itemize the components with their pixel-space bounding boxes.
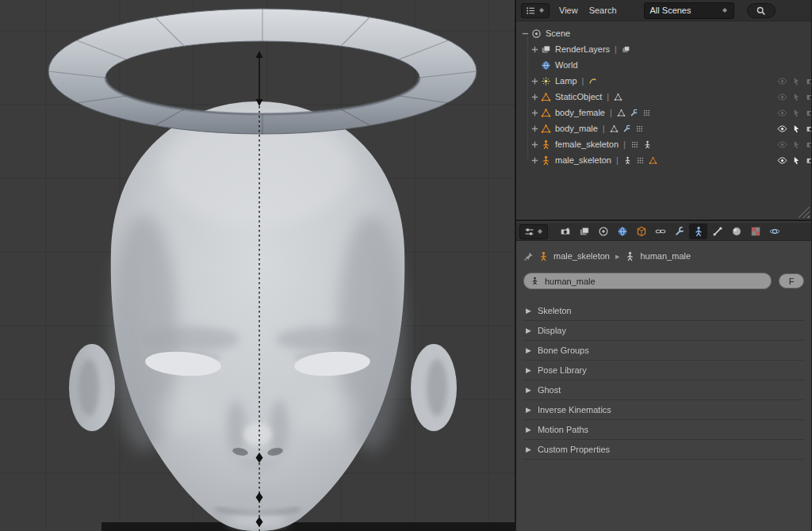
renderability-toggle[interactable] — [803, 92, 811, 102]
selectability-toggle[interactable] — [789, 77, 803, 86]
panel-header-bone-groups[interactable]: ▶ Bone Groups — [523, 341, 804, 361]
outliner-item-label[interactable]: male_skeleton — [555, 155, 611, 165]
view-menu[interactable]: View — [557, 6, 580, 15]
tab-world[interactable] — [613, 223, 631, 239]
mesh-data-icon[interactable] — [610, 124, 619, 133]
visibility-toggle[interactable] — [775, 92, 789, 102]
wrench-icon[interactable] — [630, 109, 638, 117]
pointer-icon — [792, 124, 801, 133]
outliner-item-label[interactable]: Lamp — [555, 76, 577, 86]
3d-viewport[interactable] — [0, 0, 515, 531]
floor-shadow — [102, 522, 515, 531]
expand-icon[interactable] — [529, 76, 541, 86]
outliner-row-scene[interactable]: Scene — [516, 25, 811, 41]
breadcrumb-object-name[interactable]: male_skeleton — [553, 251, 610, 261]
panel-header-skeleton[interactable]: ▶ Skeleton — [523, 301, 804, 321]
lamp-data-icon[interactable] — [588, 77, 597, 86]
tab-render[interactable] — [556, 223, 574, 239]
tab-object[interactable] — [632, 223, 650, 239]
mesh-data-icon[interactable] — [614, 93, 622, 101]
eye-icon — [777, 108, 787, 118]
outliner-row-world[interactable]: World — [516, 57, 811, 73]
collapse-icon[interactable] — [519, 29, 531, 39]
outliner-row-male-skeleton[interactable]: male_skeleton | — [516, 152, 811, 168]
panel-header-display[interactable]: ▶ Display — [523, 321, 804, 341]
panel-header-motion-paths[interactable]: ▶ Motion Paths — [523, 420, 804, 440]
outliner-item-label[interactable]: StaticObject — [555, 92, 602, 101]
tab-bone[interactable] — [708, 223, 726, 239]
properties-editor-icon — [524, 227, 534, 237]
renderability-toggle[interactable] — [803, 139, 811, 150]
outliner-row-female-skeleton[interactable]: female_skeleton | — [516, 136, 811, 152]
outliner-row-body-female[interactable]: body_female | — [516, 105, 811, 120]
datablock-name-field[interactable]: human_male — [523, 273, 772, 289]
outliner-item-label[interactable]: female_skeleton — [555, 139, 619, 149]
selectability-toggle[interactable] — [789, 156, 803, 165]
breadcrumb-data-name[interactable]: human_male — [640, 251, 691, 261]
visibility-toggle[interactable] — [775, 139, 789, 150]
outliner-item-label[interactable]: World — [555, 60, 578, 70]
outliner-item-label[interactable]: body_female — [555, 108, 605, 117]
breadcrumb-chevron-icon: ▸ — [615, 251, 620, 262]
outliner-item-label[interactable]: RenderLayers — [555, 44, 610, 54]
mesh-object-icon[interactable] — [649, 156, 657, 165]
tab-scene[interactable] — [594, 223, 612, 239]
renderability-toggle[interactable] — [803, 108, 811, 118]
visibility-toggle[interactable] — [775, 124, 789, 134]
resize-grip[interactable] — [798, 206, 810, 218]
scene-selector-dropdown[interactable]: All Scenes — [644, 2, 734, 19]
tab-physics[interactable] — [765, 223, 783, 239]
vertex-group-icon[interactable] — [636, 156, 645, 165]
renderability-toggle[interactable] — [803, 155, 811, 166]
editor-type-selector[interactable] — [521, 3, 550, 18]
tab-constraints[interactable] — [651, 223, 669, 239]
separator: | — [615, 44, 617, 54]
selectability-toggle[interactable] — [789, 93, 803, 101]
pin-icon[interactable] — [523, 251, 534, 262]
expand-icon[interactable] — [529, 44, 541, 55]
tab-render-layers[interactable] — [575, 223, 593, 239]
panel-header-pose-library[interactable]: ▶ Pose Library — [523, 361, 804, 380]
outliner-row-body-male[interactable]: body_male | — [516, 120, 811, 136]
visibility-toggle[interactable] — [775, 108, 789, 118]
tab-object-data[interactable] — [689, 223, 707, 239]
outliner-row-lamp[interactable]: Lamp | — [516, 73, 811, 89]
bone-icon — [712, 226, 723, 237]
outliner-item-label[interactable]: body_male — [555, 124, 598, 133]
outliner-row-staticobject[interactable]: StaticObject | — [516, 89, 811, 105]
vertex-group-icon[interactable] — [642, 109, 651, 117]
visibility-toggle[interactable] — [775, 76, 789, 86]
renderlayers-icon[interactable] — [622, 45, 630, 54]
panel-header-inverse-kinematics[interactable]: ▶ Inverse Kinematics — [523, 400, 804, 420]
vertex-group-icon[interactable] — [635, 124, 644, 133]
selectability-toggle[interactable] — [789, 109, 803, 117]
mesh-data-icon[interactable] — [617, 109, 626, 117]
3d-viewport-render — [0, 0, 515, 531]
tab-material[interactable] — [727, 223, 745, 239]
editor-type-selector[interactable] — [519, 224, 548, 239]
expand-icon[interactable] — [529, 108, 541, 118]
tab-texture[interactable] — [746, 223, 764, 239]
renderability-toggle[interactable] — [803, 124, 811, 134]
outliner-row-renderlayers[interactable]: RenderLayers | — [516, 41, 811, 57]
expand-icon[interactable] — [529, 124, 541, 134]
selectability-toggle[interactable] — [789, 124, 803, 133]
chevron-updown-icon — [722, 6, 728, 15]
visibility-toggle[interactable] — [775, 155, 789, 166]
vertex-group-icon[interactable] — [630, 140, 639, 149]
expand-icon[interactable] — [529, 139, 541, 150]
wrench-icon[interactable] — [622, 124, 631, 133]
panel-header-ghost[interactable]: ▶ Ghost — [523, 380, 804, 400]
outliner-item-label[interactable]: Scene — [546, 29, 570, 38]
expand-icon[interactable] — [529, 92, 541, 102]
armature-data-icon[interactable] — [623, 156, 632, 165]
renderability-toggle[interactable] — [803, 76, 811, 86]
search-menu[interactable]: Search — [588, 6, 619, 15]
search-button[interactable] — [747, 3, 776, 18]
armature-data-icon[interactable] — [643, 140, 652, 149]
selectability-toggle[interactable] — [789, 140, 803, 149]
panel-header-custom-properties[interactable]: ▶ Custom Properties — [523, 440, 804, 460]
tab-modifiers[interactable] — [670, 223, 688, 239]
fake-user-button[interactable]: F — [779, 273, 804, 288]
expand-icon[interactable] — [529, 155, 541, 166]
